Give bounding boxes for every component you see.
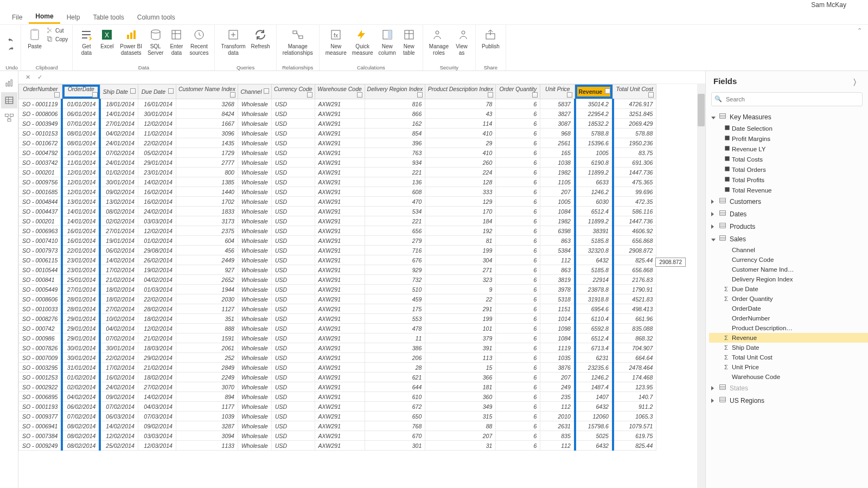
table-row[interactable]: SO - 000374211/01/201424/01/201429/01/20… (19, 158, 656, 168)
col-header-currency-code[interactable]: Currency Code (271, 85, 315, 99)
field-channel[interactable]: Channel (709, 245, 868, 255)
col-header-channel[interactable]: Channel (238, 85, 271, 99)
table-row[interactable]: SO - 001015308/01/201404/02/201411/02/20… (19, 129, 656, 138)
field-total-unit-cost[interactable]: ΣTotal Unit Cost (709, 352, 868, 362)
table-row[interactable]: SO - 000924908/02/201425/02/201412/03/20… (19, 441, 656, 451)
table-row[interactable]: SO - 000611523/01/201414/02/201426/02/20… (19, 255, 656, 265)
col-header-customer-name-index[interactable]: Customer Name Index (176, 85, 238, 99)
commit-formula-button[interactable]: ✓ (34, 73, 46, 82)
field-revenue[interactable]: ΣRevenue (709, 333, 868, 343)
table-row[interactable]: SO - 000860628/01/201418/02/201422/02/20… (19, 294, 656, 304)
table-states[interactable]: States (709, 382, 868, 394)
filter-dropdown-icon[interactable] (230, 92, 235, 98)
table-row[interactable]: SO - 001003328/01/201427/02/201428/02/20… (19, 304, 656, 314)
filter-dropdown-icon[interactable] (357, 92, 362, 98)
recent-button[interactable]: Recent sources (187, 26, 211, 57)
table-row[interactable]: SO - 000292202/02/201424/02/201427/02/20… (19, 382, 656, 392)
field-customer-name-ind-[interactable]: Customer Name Ind… (709, 265, 868, 274)
table-us-regions[interactable]: US Regions (709, 394, 868, 407)
table-row[interactable]: SO - 000800606/01/201414/01/201430/01/20… (19, 109, 656, 119)
filter-dropdown-icon[interactable] (168, 88, 174, 94)
table-row[interactable]: SO - 000741016/01/201419/01/201401/02/20… (19, 236, 656, 246)
table-row[interactable]: SO - 000119306/02/201407/02/201404/03/20… (19, 402, 656, 412)
col-header-order-quantity[interactable]: Order Quantity (496, 85, 540, 99)
mr-button[interactable]: Manage roles (426, 26, 451, 57)
search-input[interactable] (711, 92, 863, 106)
table-products[interactable]: Products (709, 220, 868, 233)
field-product-description-[interactable]: Product Description… (709, 323, 868, 333)
field-ship-date[interactable]: ΣShip Date (709, 343, 868, 352)
col-header-product-description-index[interactable]: Product Description Index (425, 85, 496, 99)
table-sales[interactable]: Sales (709, 233, 868, 245)
col-header-delivery-region-index[interactable]: Delivery Region Index (365, 85, 425, 99)
table-row[interactable]: SO - 000479210/01/201407/02/201405/02/20… (19, 148, 656, 158)
copy-button[interactable]: Copy (45, 35, 69, 43)
filter-dropdown-icon[interactable] (488, 92, 493, 98)
table-dates[interactable]: Dates (709, 208, 868, 220)
col-header-revenue[interactable]: Revenue (575, 85, 613, 99)
va-button[interactable]: View as (451, 26, 472, 57)
field-date-selection[interactable]: Date Selection (709, 123, 868, 133)
col-header-ship-date[interactable]: Ship Date (100, 85, 138, 99)
table-row[interactable]: SO - 000125301/02/201416/02/201418/02/20… (19, 373, 656, 382)
manage-button[interactable]: Manage relationships (280, 26, 316, 57)
table-row[interactable]: SO - 001054423/01/201417/02/201419/02/20… (19, 265, 656, 275)
cut-button[interactable]: Cut (45, 26, 69, 35)
filter-dropdown-icon[interactable] (605, 88, 610, 94)
filter-dropdown-icon[interactable] (532, 92, 538, 98)
table-row[interactable]: SO - 000694108/02/201414/02/201409/02/20… (19, 421, 656, 431)
table-row[interactable]: SO - 00074229/01/201404/02/201412/02/201… (19, 324, 656, 333)
enter-button[interactable]: Enter data (166, 26, 187, 57)
report-view-button[interactable] (1, 75, 17, 91)
filter-dropdown-icon[interactable] (417, 92, 423, 98)
filter-dropdown-icon[interactable] (92, 92, 98, 98)
data-grid[interactable]: OrderNumberOrderDateShip DateDue DateCus… (18, 84, 705, 488)
filter-dropdown-icon[interactable] (264, 88, 269, 94)
table-row[interactable]: SO - 00020114/01/201402/02/201403/03/201… (19, 216, 656, 226)
col-header-unit-price[interactable]: Unit Price (540, 85, 575, 99)
table-row[interactable]: SO - 000937707/02/201406/03/201407/03/20… (19, 412, 656, 421)
col-header-orderdate[interactable]: OrderDate (62, 85, 100, 99)
table-row[interactable]: SO - 000797322/01/201406/02/201429/08/20… (19, 246, 656, 255)
undo-button[interactable] (6, 36, 17, 45)
table-row[interactable]: SO - 000544927/01/201418/02/201401/03/20… (19, 285, 656, 294)
fields-collapse-icon[interactable]: 〉 (853, 78, 860, 85)
table-row[interactable]: SO - 00098629/01/201407/02/201421/02/201… (19, 333, 656, 343)
redo-button[interactable] (6, 45, 17, 54)
field-delivery-region-index[interactable]: Delivery Region Index (709, 274, 868, 284)
field-profit-margins[interactable]: Profit Margins (709, 133, 868, 144)
field-total-orders[interactable]: Total Orders (709, 164, 868, 175)
nm-button[interactable]: fxNew measure (323, 26, 349, 57)
data-view-button[interactable] (1, 92, 17, 108)
field-currency-code[interactable]: Currency Code (709, 255, 868, 265)
qm-button[interactable]: Quick measure (349, 26, 376, 57)
transform-button[interactable]: Transform data (218, 26, 248, 57)
nc-button[interactable]: New column (376, 26, 399, 57)
table-row[interactable]: SO - 00020112/01/201401/02/201423/01/201… (19, 168, 656, 177)
table-row[interactable]: SO - 000168512/01/201409/02/201416/02/20… (19, 187, 656, 197)
nt-button[interactable]: New table (399, 26, 419, 57)
field-order-quantity[interactable]: ΣOrder Quantity (709, 294, 868, 304)
pub-button[interactable]: Publish (479, 26, 502, 51)
table-row[interactable]: SO - 000975612/01/201430/01/201414/02/20… (19, 177, 656, 187)
filter-dropdown-icon[interactable] (54, 92, 60, 98)
collapse-ribbon-icon[interactable]: ⌃ (857, 27, 862, 34)
table-row[interactable]: SO - 000329531/01/201417/02/201421/02/20… (19, 363, 656, 373)
table-customers[interactable]: Customers (709, 195, 868, 208)
cancel-formula-button[interactable]: ✕ (22, 73, 34, 82)
menu-tab-help[interactable]: Help (60, 11, 87, 23)
field-orderdate[interactable]: OrderDate (709, 304, 868, 313)
col-header-total-unit-cost[interactable]: Total Unit Cost (613, 85, 656, 99)
menu-tab-home[interactable]: Home (29, 10, 60, 24)
table-row[interactable]: SO - 001067208/01/201424/01/201422/02/20… (19, 138, 656, 148)
paste-button[interactable]: Paste (24, 26, 45, 51)
excel-button[interactable]: XExcel (97, 26, 117, 51)
sql-button[interactable]: SQL Server (145, 26, 166, 57)
field-warehouse-code[interactable]: Warehouse Code (709, 372, 868, 382)
refresh-button[interactable]: Refresh (248, 26, 273, 51)
table-row[interactable]: SO - 000700930/01/201422/02/201429/02/20… (19, 353, 656, 363)
menu-tab-table-tools[interactable]: Table tools (86, 11, 130, 23)
field-total-costs[interactable]: Total Costs (709, 154, 868, 164)
filter-dropdown-icon[interactable] (567, 92, 572, 98)
table-row[interactable]: SO - 000394907/01/201427/01/201412/02/20… (19, 119, 656, 129)
